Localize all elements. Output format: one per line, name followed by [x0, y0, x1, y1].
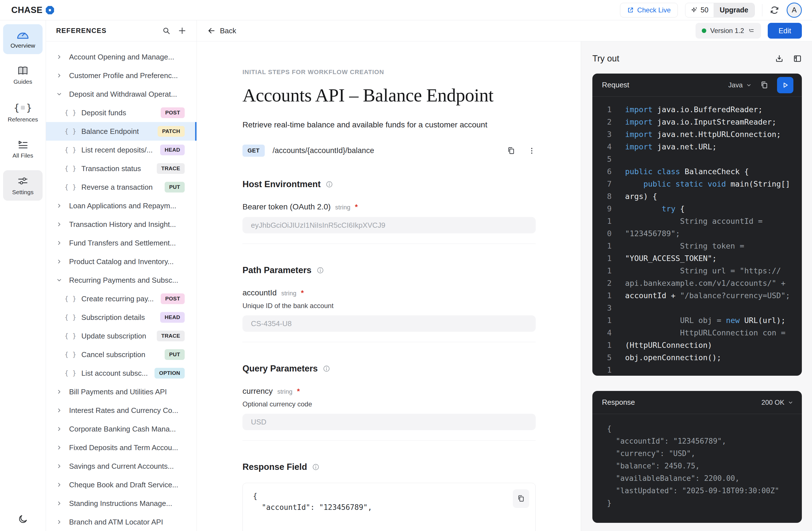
code-line: obj.openConnection(); [625, 352, 721, 364]
sidebar-group-item[interactable]: Product Catalog and Inventory... [46, 252, 197, 271]
info-icon [312, 463, 319, 471]
code-row: 1"YOUR_ACCESS_TOKEN"; [607, 252, 794, 265]
response-field-line: "accountId": "123456789", [253, 502, 525, 513]
layout-panel-button[interactable] [793, 54, 802, 63]
currency-input[interactable] [243, 414, 536, 430]
code-row: 1(HttpURLConnection) [607, 339, 794, 352]
edit-button[interactable]: Edit [768, 23, 802, 39]
sidebar-endpoint-item[interactable]: { }List recent deposits/...HEAD [46, 141, 197, 159]
sidebar-endpoint-label: Update subscription [82, 332, 146, 340]
code-line: (HttpURLConnection) [625, 339, 712, 352]
sidebar-search-button[interactable] [162, 27, 171, 35]
sidebar-group-label: Standing Instructions Manage... [69, 499, 172, 508]
sidebar-endpoint-item[interactable]: { }Create recurring pay...POST [46, 290, 197, 308]
method-badge: POST [161, 107, 185, 118]
sidebar-group-label: Bill Payments and Utilities API [69, 387, 167, 396]
braces-icon: { } [64, 295, 76, 303]
code-row: 2import java.io.InputStreamReader; [607, 116, 794, 128]
sidebar-group-item[interactable]: Account Opening and Manage... [46, 48, 197, 66]
run-request-button[interactable] [777, 77, 793, 93]
sidebar-endpoint-item[interactable]: { }Transaction statusTRACE [46, 159, 197, 178]
code-line: accountId + "/balance?currency=USD"; [625, 290, 790, 302]
method-badge: PATCH [158, 126, 185, 137]
topbar: CHASE Check Live 50 Upgrade [0, 0, 812, 20]
sidebar-group-item[interactable]: Standing Instructions Manage... [46, 494, 197, 513]
method-badge: TRACE [157, 330, 185, 341]
line-number: 1 [607, 215, 614, 227]
required-asterisk: * [355, 203, 358, 211]
code-line: URL obj = new URL(url); [625, 314, 785, 327]
response-field-line: { [253, 490, 525, 502]
sidebar-endpoint-item[interactable]: { }Balance EndpointPATCH [46, 122, 197, 141]
sidebar-endpoint-item[interactable]: { }Reverse a transactionPUT [46, 178, 197, 196]
avatar[interactable]: A [787, 2, 802, 18]
sidebar-group-item[interactable]: Recurring Payments and Subsc... [46, 271, 197, 290]
line-number: 3 [607, 128, 614, 141]
bearer-token-input[interactable] [243, 217, 536, 233]
account-id-input[interactable] [243, 315, 536, 332]
copy-request-button[interactable] [760, 81, 769, 89]
rail-item-settings[interactable]: Settings [3, 170, 43, 201]
response-label: Response [602, 398, 635, 407]
copy-response-button[interactable] [513, 489, 529, 508]
download-button[interactable] [775, 54, 784, 63]
rail-item-guides[interactable]: Guides [3, 60, 43, 90]
sidebar-group-item[interactable]: Fund Transfers and Settlement... [46, 234, 197, 252]
sidebar-endpoint-label: List recent deposits/... [82, 146, 153, 154]
sidebar-group-item[interactable]: Transaction History and Insight... [46, 215, 197, 234]
sidebar-endpoint-item[interactable]: { }Cancel subscriptionPUT [46, 345, 197, 364]
try-out-title: Try out [592, 54, 619, 64]
check-live-button[interactable]: Check Live [620, 3, 678, 17]
version-selector[interactable]: Version 1.2 [696, 23, 761, 39]
check-live-label: Check Live [637, 6, 671, 14]
line-number: 1 [607, 290, 614, 302]
sidebar-group-item[interactable]: Branch and ATM Locator API [46, 513, 197, 531]
sidebar-endpoint-item[interactable]: { }Deposit fundsPOST [46, 103, 197, 122]
code-row: 1 [607, 364, 794, 376]
method-badge: PUT [165, 349, 185, 360]
sidebar-group-item[interactable]: Deposit and Withdrawal Operat... [46, 85, 197, 103]
param-description: Optional currency code [243, 400, 536, 408]
sidebar-endpoint-item[interactable]: { }Subscription detailsHEAD [46, 308, 197, 327]
rail-item-overview[interactable]: Overview [3, 24, 43, 54]
endpoint-menu-button[interactable] [528, 147, 536, 155]
sidebar-group-item[interactable]: Bill Payments and Utilities API [46, 382, 197, 401]
info-icon [317, 267, 324, 274]
sidebar-group-item[interactable]: Interest Rates and Currency Co... [46, 401, 197, 420]
sidebar-endpoint-item[interactable]: { }Update subscriptionTRACE [46, 327, 197, 345]
sidebar-group-item[interactable]: Savings and Current Accounts... [46, 457, 197, 475]
braces-icon: { } [64, 183, 76, 191]
refresh-button[interactable] [770, 5, 779, 15]
rail-item-references[interactable]: {} References [3, 97, 43, 128]
upgrade-button[interactable]: Upgrade [714, 3, 754, 17]
line-number: 5 [607, 153, 614, 165]
line-number: 1 [607, 265, 614, 277]
section-host-environment: Host Environtment [243, 179, 536, 189]
code-row: 1 String url = "https:// [607, 265, 794, 277]
dark-mode-toggle[interactable] [0, 514, 46, 524]
line-number: 1 [607, 252, 614, 265]
sidebar-group-item[interactable]: Fixed Deposits and Term Accou... [46, 438, 197, 457]
copy-path-button[interactable] [507, 147, 516, 155]
status-select[interactable]: 200 OK [762, 399, 793, 407]
file-list-icon [17, 140, 28, 149]
sidebar-group-item[interactable]: Loan Applications and Repaym... [46, 196, 197, 215]
chevron-down-icon [746, 82, 752, 88]
sidebar-group-item[interactable]: Customer Profile and Preferenc... [46, 66, 197, 85]
line-number: 1 [607, 339, 614, 352]
chevron-down-icon [56, 277, 63, 283]
code-line: import java.net.HttpURLConnection; [625, 128, 781, 141]
copy-icon [507, 147, 516, 155]
credits-pill[interactable]: 50 Upgrade [685, 3, 755, 17]
sidebar-endpoint-item[interactable]: { }List account subsc...OPTION [46, 364, 197, 382]
language-select[interactable]: Java [728, 81, 752, 89]
code-row: 4import java.net.URL; [607, 141, 794, 153]
copy-icon [517, 495, 525, 503]
sidebar-add-button[interactable] [178, 27, 186, 35]
code-row: 5 [607, 153, 794, 165]
back-button[interactable]: Back [207, 27, 236, 35]
rail-item-all-files[interactable]: All Files [3, 134, 43, 164]
sidebar-group-item[interactable]: Corporate Banking Cash Mana... [46, 420, 197, 438]
chevron-right-icon [56, 221, 63, 227]
sidebar-group-item[interactable]: Cheque Book and Draft Service... [46, 475, 197, 494]
